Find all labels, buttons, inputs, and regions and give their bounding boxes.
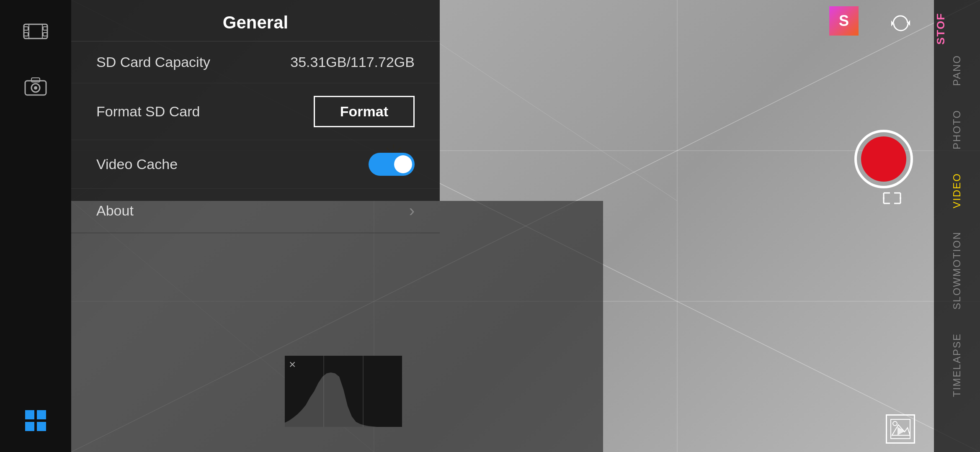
mode-panel: PANO PHOTO VIDEO SLOWMOTION TIMELAPSE (934, 0, 980, 452)
settings-panel: General SD Card Capacity 35.31GB/117.72G… (71, 0, 440, 201)
settings-title: General (71, 0, 440, 41)
expand-icon[interactable] (882, 190, 903, 209)
svg-rect-22 (25, 422, 34, 431)
video-cache-label: Video Cache (96, 156, 178, 172)
record-button[interactable] (854, 130, 913, 188)
mode-slowmotion[interactable]: SLOWMOTION (951, 220, 963, 321)
format-button[interactable]: Format (314, 96, 415, 127)
svg-rect-21 (37, 410, 46, 419)
format-sd-card-row: Format SD Card Format (71, 83, 440, 140)
camera-settings-icon[interactable] (21, 71, 50, 100)
grid-menu-icon[interactable] (21, 406, 50, 435)
mode-photo[interactable]: PHOTO (951, 98, 963, 161)
svg-rect-23 (37, 422, 46, 431)
about-row[interactable]: About › (71, 189, 440, 233)
histogram-chart (285, 356, 402, 427)
about-chevron: › (409, 201, 415, 220)
profile-initial: S (839, 12, 849, 30)
video-cache-row: Video Cache (71, 140, 440, 189)
svg-point-19 (34, 86, 37, 90)
film-icon[interactable] (21, 17, 50, 46)
mode-video[interactable]: VIDEO (951, 161, 963, 220)
record-inner-circle (861, 136, 906, 182)
sd-card-capacity-value: 35.31GB/117.72GB (290, 54, 415, 70)
toggle-track (369, 153, 415, 176)
histogram-close-button[interactable]: × (289, 358, 296, 371)
mode-timelapse[interactable]: TIMELAPSE (951, 321, 963, 409)
svg-rect-20 (25, 410, 34, 419)
about-label: About (96, 203, 134, 219)
toggle-thumb (394, 155, 412, 173)
gallery-button[interactable] (886, 414, 915, 444)
histogram-popup: × (285, 356, 402, 427)
sd-card-capacity-row: SD Card Capacity 35.31GB/117.72GB (71, 41, 440, 83)
stof-label: STOF (934, 13, 947, 45)
camera-flip-button[interactable] (886, 8, 915, 38)
format-sd-card-label: Format SD Card (96, 103, 200, 120)
sd-card-capacity-label: SD Card Capacity (96, 54, 210, 70)
mode-pano[interactable]: PANO (951, 43, 963, 98)
video-cache-toggle[interactable] (369, 153, 415, 176)
sidebar-icons-top (21, 17, 50, 100)
profile-avatar[interactable]: S (829, 6, 859, 36)
sidebar (0, 0, 71, 452)
